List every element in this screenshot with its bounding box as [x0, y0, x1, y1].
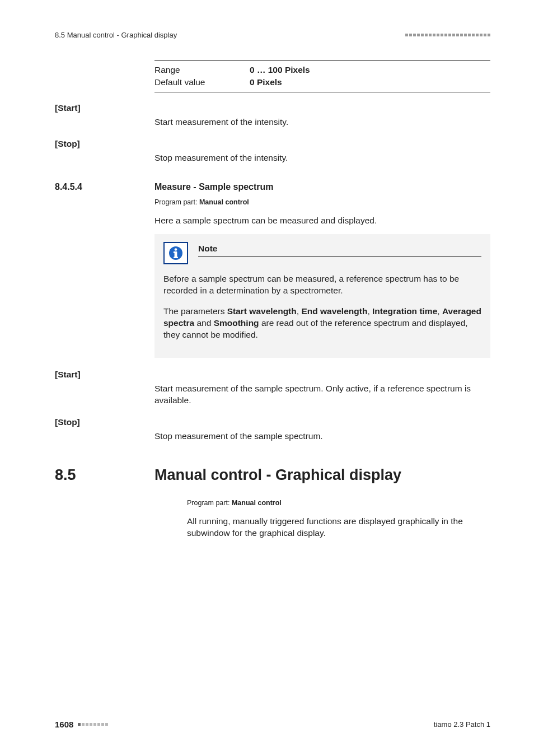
program-part-label: Program part:	[187, 499, 232, 507]
product-name: tiamo 2.3 Patch 1	[434, 720, 490, 730]
note-bold: Smoothing	[214, 318, 259, 328]
section-body: All running, manually triggered function…	[187, 516, 490, 539]
section-number: 8.4.5.4	[55, 181, 154, 193]
note-bold: End wavelength	[301, 306, 367, 316]
running-header-section: 8.5 Manual control - Graphical display	[55, 30, 177, 40]
start-desc: Start measurement of the intensity.	[154, 116, 490, 128]
default-value: 0 Pixels	[250, 77, 282, 88]
note-text: ,	[367, 306, 372, 316]
stop-term: [Stop]	[55, 417, 490, 428]
note-text: The parameters	[163, 306, 227, 316]
start-term: [Start]	[55, 102, 490, 114]
section-intro: Here a sample spectrum can be measured a…	[154, 215, 490, 227]
program-part-value: Manual control	[199, 198, 249, 206]
default-label: Default value	[154, 77, 250, 88]
note-text: and	[194, 318, 213, 328]
note-title: Note	[198, 243, 481, 257]
header-ornament	[405, 34, 490, 36]
note-text: ,	[437, 306, 442, 316]
program-part-value: Manual control	[232, 499, 282, 507]
info-icon	[163, 242, 188, 264]
range-label: Range	[154, 64, 250, 76]
section-title: Measure - Sample spectrum	[154, 181, 274, 193]
footer-ornament	[78, 723, 108, 726]
stop-desc: Stop measurement of the sample spectrum.	[154, 431, 490, 442]
divider	[154, 92, 490, 92]
stop-term: [Stop]	[55, 138, 490, 150]
page-number: 1608	[55, 719, 73, 730]
start-desc: Start measurement of the sample spectrum…	[154, 383, 490, 407]
svg-rect-4	[174, 257, 178, 259]
note-bold: Start wavelength	[227, 306, 297, 316]
section-number: 8.5	[55, 465, 154, 485]
range-value: 0 … 100 Pixels	[250, 64, 310, 76]
note-box: Note Before a sample spectrum can be mea…	[154, 234, 490, 358]
section-title: Manual control - Graphical display	[154, 465, 401, 485]
divider	[154, 60, 490, 61]
note-bold: Integration time	[372, 306, 437, 316]
note-paragraph-2: The parameters Start wavelength, End wav…	[163, 306, 481, 341]
start-term: [Start]	[55, 369, 490, 381]
svg-point-1	[175, 249, 177, 251]
note-paragraph-1: Before a sample spectrum can be measured…	[163, 273, 481, 297]
stop-desc: Stop measurement of the intensity.	[154, 152, 490, 164]
svg-rect-3	[174, 251, 176, 253]
program-part-label: Program part:	[154, 198, 199, 206]
